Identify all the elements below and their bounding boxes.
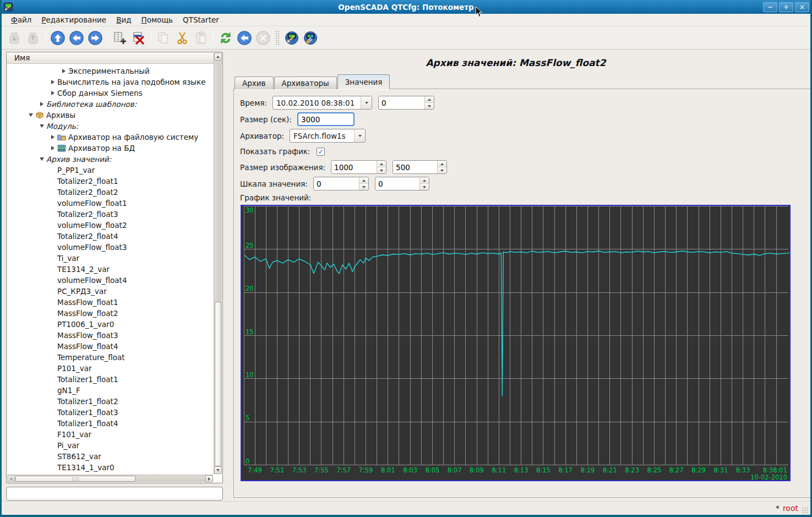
collapse-icon[interactable] xyxy=(27,113,35,117)
resize-grip-icon[interactable] xyxy=(802,507,809,514)
tab-archive[interactable]: Архив xyxy=(235,77,274,89)
tree-item[interactable]: TE1314_1_var0 xyxy=(7,462,214,473)
up-button[interactable] xyxy=(48,29,67,47)
expand-icon[interactable] xyxy=(60,69,68,73)
scroll-right-icon[interactable] xyxy=(205,475,213,482)
spin-up-icon[interactable] xyxy=(359,177,368,184)
expand-icon[interactable] xyxy=(49,146,57,150)
size-input[interactable] xyxy=(297,112,355,126)
image-height-spinbox[interactable] xyxy=(393,160,447,174)
tree-item[interactable]: Totalizer1_float4 xyxy=(7,418,214,429)
tree-item[interactable]: Библиотека шаблонов: xyxy=(7,99,214,110)
refresh-button[interactable] xyxy=(216,29,235,47)
stop-button[interactable] xyxy=(254,29,273,47)
tree-item[interactable]: Totalizer1_float3 xyxy=(7,407,214,418)
tree-item[interactable]: PC_КРД3_var xyxy=(7,286,214,297)
tree-item[interactable]: volumeFlow_float4 xyxy=(7,275,214,286)
scale-max-input[interactable] xyxy=(375,177,419,190)
tree-header[interactable]: Имя xyxy=(7,52,222,64)
expand-icon[interactable] xyxy=(49,135,57,139)
spin-up-icon[interactable] xyxy=(438,161,446,167)
tree-filter-input[interactable] xyxy=(6,487,223,500)
tree-item[interactable]: MassFlow_float3 xyxy=(7,330,214,341)
tree-item[interactable]: Totalizer2_float2 xyxy=(7,187,214,198)
tree-item[interactable]: MassFlow_float1 xyxy=(7,297,214,308)
menu-view[interactable]: Вид xyxy=(111,14,136,25)
tree-item[interactable]: Totalizer1_float1 xyxy=(7,374,214,385)
time-spin-input[interactable] xyxy=(379,96,424,109)
scale-max-spinbox[interactable] xyxy=(375,177,429,191)
expand-icon[interactable] xyxy=(38,102,46,106)
delete-item-button[interactable] xyxy=(129,29,148,47)
tree-item[interactable]: gN1_F xyxy=(7,385,214,396)
toolbar-handle[interactable] xyxy=(276,31,279,45)
chevron-down-icon[interactable] xyxy=(361,96,372,109)
time-combobox[interactable]: 10.02.2010 08:38:01 xyxy=(273,96,372,110)
spin-down-icon[interactable] xyxy=(438,167,446,173)
archiver-combobox[interactable]: FSArch.flow1s xyxy=(290,129,366,143)
tree-item[interactable]: Pi_var xyxy=(7,440,214,451)
tree-item[interactable]: PT1006_1_var0 xyxy=(7,319,214,330)
tree-item[interactable]: P101_var xyxy=(7,363,214,374)
save-button[interactable] xyxy=(24,29,42,47)
chevron-down-icon[interactable] xyxy=(354,129,365,142)
image-width-spinbox[interactable] xyxy=(331,160,386,174)
horizontal-scroll-thumb[interactable] xyxy=(15,476,135,482)
tree-item[interactable]: Архив значений: xyxy=(7,154,214,165)
tree-vertical-scrollbar[interactable] xyxy=(214,53,222,474)
copy-button[interactable] xyxy=(154,29,173,47)
spin-up-icon[interactable] xyxy=(377,161,386,167)
expand-icon[interactable] xyxy=(49,80,57,84)
qtcfg-starter-button[interactable] xyxy=(282,29,301,47)
scroll-left-icon[interactable] xyxy=(7,475,15,482)
back-button[interactable] xyxy=(67,29,86,47)
scale-min-input[interactable] xyxy=(314,177,359,190)
tree-item[interactable]: Вычислитель на java подобном языке xyxy=(7,77,214,88)
tab-archivers[interactable]: Архиваторы xyxy=(274,77,337,89)
expand-icon[interactable] xyxy=(49,91,57,95)
tree-item[interactable]: Модуль: xyxy=(7,121,214,132)
tree-item[interactable]: Архивы xyxy=(7,110,214,121)
tree-item[interactable]: Totalizer2_float1 xyxy=(7,176,214,187)
add-item-button[interactable] xyxy=(111,29,129,47)
tree-horizontal-scrollbar[interactable] xyxy=(7,475,213,482)
tree-item[interactable]: volumeFlow_float1 xyxy=(7,198,214,209)
menu-file[interactable]: Файл xyxy=(6,14,36,25)
spin-down-icon[interactable] xyxy=(359,184,368,190)
tree-item[interactable]: Архиватор на файловую систему xyxy=(7,132,214,143)
image-width-input[interactable] xyxy=(331,161,377,173)
collapse-icon[interactable] xyxy=(38,157,46,161)
start-button[interactable] xyxy=(235,29,254,47)
tree-item[interactable]: TE1314_2_var xyxy=(7,264,214,275)
spin-down-icon[interactable] xyxy=(377,167,386,173)
cut-button[interactable] xyxy=(173,29,192,47)
tree-item[interactable]: volumeFlow_float2 xyxy=(7,220,214,231)
tree-item[interactable]: Экспериментальный xyxy=(7,66,214,77)
menu-edit[interactable]: Редактирование xyxy=(36,14,111,25)
spin-down-icon[interactable] xyxy=(425,103,434,109)
titlebar[interactable]: OpenSCADA QTCfg: Потокометр − + × xyxy=(0,0,812,14)
tree-item[interactable]: Сбор данных Siemens xyxy=(7,88,214,99)
time-spinbox[interactable] xyxy=(378,96,434,110)
forward-button[interactable] xyxy=(86,29,105,47)
tree-item[interactable]: Totalizer1_float2 xyxy=(7,396,214,407)
load-button[interactable] xyxy=(5,29,24,47)
scroll-down-icon[interactable] xyxy=(214,466,222,474)
tree-item[interactable]: Temperature_float xyxy=(7,352,214,363)
show-graph-checkbox[interactable]: ✓ xyxy=(317,148,325,156)
paste-button[interactable] xyxy=(192,29,210,47)
tree-item[interactable]: F101_var xyxy=(7,429,214,440)
spin-down-icon[interactable] xyxy=(420,184,429,190)
tree-item[interactable]: Архиватор на БД xyxy=(7,143,214,154)
scale-min-spinbox[interactable] xyxy=(313,177,369,191)
image-height-input[interactable] xyxy=(393,161,437,173)
tree-item[interactable]: MassFlow_float2 xyxy=(7,308,214,319)
tree-item[interactable]: volumeFlow_float3 xyxy=(7,242,214,253)
vertical-scroll-thumb[interactable] xyxy=(215,302,221,466)
spin-up-icon[interactable] xyxy=(425,96,434,103)
menu-help[interactable]: Помощь xyxy=(137,14,178,25)
menu-qtstarter[interactable]: QTStarter xyxy=(178,14,224,25)
tree-item[interactable]: MassFlow_float4 xyxy=(7,341,214,352)
tree-item[interactable]: ST8612_var xyxy=(7,451,214,462)
scroll-up-icon[interactable] xyxy=(214,53,222,61)
